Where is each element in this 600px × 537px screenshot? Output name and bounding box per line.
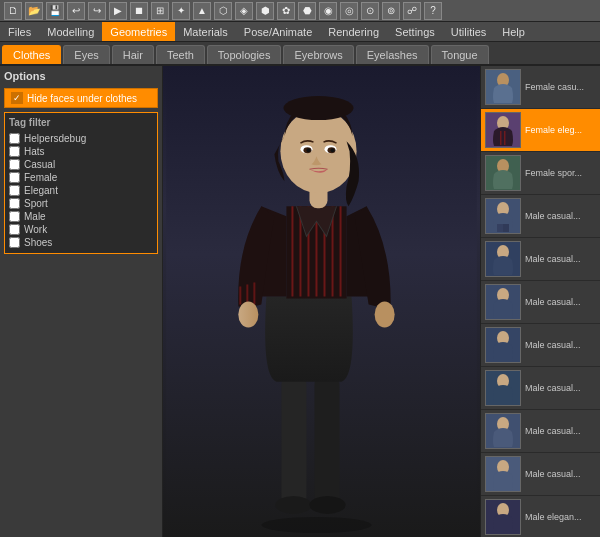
menu-geometries[interactable]: Geometries bbox=[102, 22, 175, 41]
clothing-thumb-9 bbox=[485, 456, 521, 492]
clothing-thumb-0 bbox=[485, 69, 521, 105]
svg-rect-30 bbox=[500, 131, 502, 145]
clothing-name-6: Male casual... bbox=[525, 340, 581, 351]
checkbox-helpersdebug-input[interactable] bbox=[9, 133, 20, 144]
tab-eyebrows[interactable]: Eyebrows bbox=[283, 45, 353, 64]
svg-rect-31 bbox=[504, 131, 506, 145]
clothing-name-8: Male casual... bbox=[525, 426, 581, 437]
viewport-background bbox=[163, 66, 480, 537]
checkbox-female-input[interactable] bbox=[9, 172, 20, 183]
svg-point-1 bbox=[261, 517, 371, 533]
clothing-name-9: Male casual... bbox=[525, 469, 581, 480]
clothing-item-male-cas-3[interactable]: Male casual... bbox=[481, 281, 600, 324]
tag-filter-title: Tag filter bbox=[9, 117, 153, 128]
hide-faces-label: Hide faces under clothes bbox=[27, 93, 137, 104]
svg-point-26 bbox=[306, 148, 310, 152]
tab-topologies[interactable]: Topologies bbox=[207, 45, 282, 64]
toolbar-icon-redo[interactable]: ↪ bbox=[88, 2, 106, 20]
checkbox-casual-label: Casual bbox=[24, 159, 55, 170]
clothing-name-3: Male casual... bbox=[525, 211, 581, 222]
svg-rect-35 bbox=[503, 224, 509, 232]
toolbar-icon-play[interactable]: ▶ bbox=[109, 2, 127, 20]
checkbox-sport-input[interactable] bbox=[9, 198, 20, 209]
clothing-item-female-casu-1[interactable]: Female casu... bbox=[481, 66, 600, 109]
toolbar-icon-stop[interactable]: ⏹ bbox=[130, 2, 148, 20]
svg-point-21 bbox=[283, 96, 353, 120]
toolbar-icon-undo[interactable]: ↩ bbox=[67, 2, 85, 20]
checkmark-icon: ✓ bbox=[11, 92, 23, 104]
clothing-item-male-cas-6[interactable]: Male casual... bbox=[481, 410, 600, 453]
menu-help[interactable]: Help bbox=[494, 22, 533, 41]
toolbar-icon-save[interactable]: 💾 bbox=[46, 2, 64, 20]
toolbar-icon-shape2[interactable]: ⬢ bbox=[256, 2, 274, 20]
menu-settings[interactable]: Settings bbox=[387, 22, 443, 41]
checkbox-male-input[interactable] bbox=[9, 211, 20, 222]
menu-pose-animate[interactable]: Pose/Animate bbox=[236, 22, 320, 41]
checkbox-hats[interactable]: Hats bbox=[9, 145, 153, 158]
menu-utilities[interactable]: Utilities bbox=[443, 22, 494, 41]
toolbar-icon-help[interactable]: ? bbox=[424, 2, 442, 20]
menu-modelling[interactable]: Modelling bbox=[39, 22, 102, 41]
toolbar-icon-shape1[interactable]: ◈ bbox=[235, 2, 253, 20]
tab-hair[interactable]: Hair bbox=[112, 45, 154, 64]
svg-point-4 bbox=[275, 496, 311, 514]
tabbar: Clothes Eyes Hair Teeth Topologies Eyebr… bbox=[0, 42, 600, 66]
tab-eyes[interactable]: Eyes bbox=[63, 45, 109, 64]
toolbar-icon-hex[interactable]: ⬡ bbox=[214, 2, 232, 20]
checkbox-shoes-input[interactable] bbox=[9, 237, 20, 248]
clothing-item-male-cas-5[interactable]: Male casual... bbox=[481, 367, 600, 410]
clothing-item-female-eleg[interactable]: Female eleg... bbox=[481, 109, 600, 152]
clothing-name-5: Male casual... bbox=[525, 297, 581, 308]
toolbar-icon-open[interactable]: 📂 bbox=[25, 2, 43, 20]
checkbox-elegant-label: Elegant bbox=[24, 185, 58, 196]
svg-rect-3 bbox=[314, 377, 339, 507]
toolbar-icon-circle2[interactable]: ◎ bbox=[340, 2, 358, 20]
clothing-item-male-cas-1[interactable]: Male casual... bbox=[481, 195, 600, 238]
svg-point-20 bbox=[280, 109, 356, 193]
toolbar-icon-circle1[interactable]: ◉ bbox=[319, 2, 337, 20]
clothing-item-male-cas-7[interactable]: Male casual... bbox=[481, 453, 600, 496]
checkbox-male[interactable]: Male bbox=[9, 210, 153, 223]
checkbox-work-input[interactable] bbox=[9, 224, 20, 235]
toolbar-icon-tri[interactable]: ▲ bbox=[193, 2, 211, 20]
hide-faces-button[interactable]: ✓ Hide faces under clothes bbox=[4, 88, 158, 108]
checkbox-shoes[interactable]: Shoes bbox=[9, 236, 153, 249]
clothing-thumb-1 bbox=[485, 112, 521, 148]
menu-rendering[interactable]: Rendering bbox=[320, 22, 387, 41]
svg-rect-7 bbox=[291, 206, 293, 296]
clothing-thumb-7 bbox=[485, 370, 521, 406]
checkbox-work[interactable]: Work bbox=[9, 223, 153, 236]
clothing-item-male-cas-2[interactable]: Male casual... bbox=[481, 238, 600, 281]
checkbox-elegant-input[interactable] bbox=[9, 185, 20, 196]
toolbar-icon-circle3[interactable]: ⊙ bbox=[361, 2, 379, 20]
toolbar-icon-shape3[interactable]: ⬣ bbox=[298, 2, 316, 20]
svg-rect-34 bbox=[497, 224, 503, 232]
checkbox-hats-input[interactable] bbox=[9, 146, 20, 157]
svg-rect-15 bbox=[246, 284, 248, 304]
checkbox-elegant[interactable]: Elegant bbox=[9, 184, 153, 197]
toolbar-icon-circle4[interactable]: ⊚ bbox=[382, 2, 400, 20]
clothing-item-male-cas-4[interactable]: Male casual... bbox=[481, 324, 600, 367]
toolbar-icon-person[interactable]: ☍ bbox=[403, 2, 421, 20]
tab-teeth[interactable]: Teeth bbox=[156, 45, 205, 64]
viewport[interactable] bbox=[163, 66, 480, 537]
main-layout: Options ✓ Hide faces under clothes Tag f… bbox=[0, 66, 600, 537]
clothing-item-male-eleg[interactable]: Male elegan... bbox=[481, 496, 600, 537]
toolbar-icon-grid[interactable]: ⊞ bbox=[151, 2, 169, 20]
toolbar-icon-star[interactable]: ✦ bbox=[172, 2, 190, 20]
toolbar-icon-new[interactable]: 🗋 bbox=[4, 2, 22, 20]
checkbox-casual[interactable]: Casual bbox=[9, 158, 153, 171]
svg-point-18 bbox=[375, 302, 395, 328]
checkbox-casual-input[interactable] bbox=[9, 159, 20, 170]
tab-clothes[interactable]: Clothes bbox=[2, 45, 61, 64]
tab-tongue[interactable]: Tongue bbox=[431, 45, 489, 64]
checkbox-female[interactable]: Female bbox=[9, 171, 153, 184]
menu-materials[interactable]: Materials bbox=[175, 22, 236, 41]
toolbar-icon-flower[interactable]: ✿ bbox=[277, 2, 295, 20]
menu-files[interactable]: Files bbox=[0, 22, 39, 41]
tab-eyelashes[interactable]: Eyelashes bbox=[356, 45, 429, 64]
checkbox-helpersdebug[interactable]: Helpersdebug bbox=[9, 132, 153, 145]
right-panel: Female casu... Female eleg... Female spo… bbox=[480, 66, 600, 537]
clothing-item-female-spor[interactable]: Female spor... bbox=[481, 152, 600, 195]
checkbox-sport[interactable]: Sport bbox=[9, 197, 153, 210]
